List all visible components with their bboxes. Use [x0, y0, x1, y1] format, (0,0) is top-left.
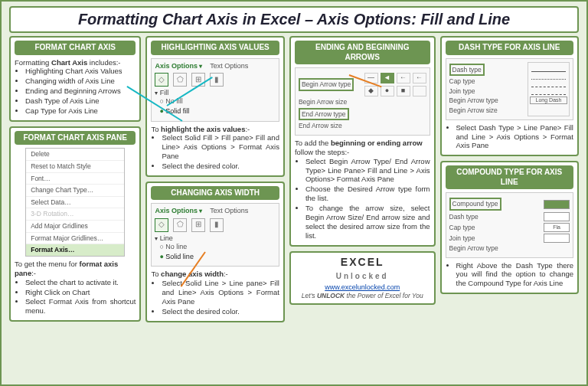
column-1: FORMAT CHART AXIS Formatting Chart Axis …: [9, 36, 141, 322]
section-fill[interactable]: Fill: [155, 89, 276, 97]
arrow-screenshot: Begin Arrow type —◄←← ◆●■ Begin Arrow si…: [295, 67, 430, 136]
cap-row[interactable]: Cap type: [449, 224, 475, 232]
begin-arrow-size-row[interactable]: Begin Arrow size: [449, 106, 498, 115]
section-line[interactable]: Line: [155, 234, 276, 243]
begin-arrow-type-row[interactable]: Begin Arrow type: [449, 96, 498, 105]
line-pane-screenshot: Axis Options Text Options ◇ ⬠ ⊞ ▮ Line N…: [151, 203, 279, 267]
card-dash-type: DASH TYPE FOR AXIS LINE Dash type Cap ty…: [440, 36, 580, 156]
context-menu: Delete Reset to Match Style Font… Change…: [25, 148, 125, 257]
logo: EXCEL Unlocked: [295, 256, 430, 283]
intro: To highlight the axis values:-: [151, 125, 279, 134]
end-arrow-size[interactable]: End Arrow size: [299, 122, 342, 130]
fill-line-icon[interactable]: ◇: [155, 218, 168, 232]
intro: Formatting Chart Axis includes:-: [15, 58, 136, 67]
header-arrows: ENDING AND BEGINNING ARROWS: [295, 41, 430, 64]
tab-axis-options[interactable]: Axis Options: [155, 62, 202, 70]
card-highlight-values: HIGHLIGHTING AXIS VALUES Axis Options Te…: [145, 36, 285, 177]
tab-text-options[interactable]: Text Options: [210, 62, 248, 70]
dash-screenshot: Dash type Cap type Join type Begin Arrow…: [446, 58, 574, 120]
dash-row[interactable]: Dash type: [449, 213, 479, 221]
header-width: CHANGING AXIS WIDTH: [151, 186, 279, 201]
menu-item[interactable]: Format Major Gridlines…: [26, 233, 124, 245]
compound-type-row[interactable]: Compound type: [449, 198, 501, 211]
radio-no-line[interactable]: No line: [159, 243, 276, 251]
dash-picker[interactable]: Long Dash: [528, 62, 570, 116]
header-highlight: HIGHLIGHTING AXIS VALUES: [151, 41, 279, 55]
menu-item-format-axis[interactable]: Format Axis…: [26, 244, 124, 256]
header-dash: DASH TYPE FOR AXIS LINE: [446, 41, 574, 55]
card-arrows: ENDING AND BEGINNING ARROWS Begin Arrow …: [289, 36, 436, 247]
effects-icon[interactable]: ⬠: [173, 73, 187, 87]
fill-pane-screenshot: Axis Options Text Options ◇ ⬠ ⊞ ▮ Fill N…: [151, 58, 279, 122]
header-compound: COMPOUND TYPE FOR AXIS LINE: [446, 165, 574, 189]
page-title: Formatting Chart Axis in Excel – Axis Op…: [9, 6, 579, 33]
column-4: DASH TYPE FOR AXIS LINE Dash type Cap ty…: [440, 36, 580, 322]
compound-screenshot: Compound type Dash type Cap typeFla Join…: [446, 192, 574, 257]
header-format-axis-pane: FORMAT CHART AXIS PANE: [15, 131, 136, 146]
menu-item[interactable]: Reset to Match Style: [26, 161, 124, 173]
join-row[interactable]: Join type: [449, 234, 475, 243]
cap-type-row[interactable]: Cap type: [449, 77, 475, 86]
join-type-row[interactable]: Join type: [449, 87, 475, 96]
intro: To add the beginning or ending arrow fol…: [295, 139, 430, 157]
card-format-chart-axis: FORMAT CHART AXIS Formatting Chart Axis …: [9, 36, 141, 122]
end-arrow-type[interactable]: End Arrow type: [299, 108, 349, 121]
header-format-chart-axis: FORMAT CHART AXIS: [15, 41, 136, 55]
dash-type-row[interactable]: Dash type: [449, 64, 485, 77]
radio-solid-fill[interactable]: Solid fill: [159, 107, 276, 116]
size-icon[interactable]: ⊞: [191, 218, 205, 232]
menu-item[interactable]: Change Chart Type…: [26, 185, 124, 197]
list: Highlighting Chart Axis Values Changing …: [15, 67, 136, 115]
tab-text-options[interactable]: Text Options: [210, 207, 248, 215]
intro: To change axis width:-: [151, 270, 279, 279]
fill-line-icon[interactable]: ◇: [155, 73, 168, 87]
begin-arrow-size[interactable]: Begin Arrow size: [299, 98, 347, 106]
intro: To get the menu for format axis pane:-: [15, 260, 136, 278]
column-2: HIGHLIGHTING AXIS VALUES Axis Options Te…: [145, 36, 285, 322]
menu-item[interactable]: Select Data…: [26, 197, 124, 209]
website-link[interactable]: www.excelunlocked.com: [325, 283, 400, 291]
card-format-axis-pane: FORMAT CHART AXIS PANE Delete Reset to M…: [9, 126, 141, 322]
menu-item: 3-D Rotation…: [26, 208, 124, 221]
card-compound-type: COMPOUND TYPE FOR AXIS LINE Compound typ…: [440, 161, 580, 294]
chart-icon[interactable]: ▮: [210, 218, 224, 232]
menu-item[interactable]: Add Major Gridlines: [26, 221, 124, 233]
tab-axis-options[interactable]: Axis Options: [155, 207, 202, 215]
main-grid: FORMAT CHART AXIS Formatting Chart Axis …: [2, 36, 586, 327]
title-text: Formatting Chart Axis in Excel – Axis Op…: [11, 11, 577, 28]
list: Select the chart to activate it. Right C…: [15, 278, 136, 316]
column-3: ENDING AND BEGINNING ARROWS Begin Arrow …: [289, 36, 436, 322]
chart-icon[interactable]: ▮: [210, 73, 224, 87]
begin-arrow-row[interactable]: Begin Arrow type: [449, 244, 498, 253]
effects-icon[interactable]: ⬠: [173, 218, 187, 232]
tagline: Let's UNLOCK the Power of Excel for You: [295, 292, 430, 300]
menu-item[interactable]: Font…: [26, 173, 124, 185]
radio-solid-line[interactable]: Solid line: [159, 253, 276, 261]
card-change-width: CHANGING AXIS WIDTH Axis Options Text Op…: [145, 182, 285, 322]
menu-item[interactable]: Delete: [26, 149, 124, 161]
begin-arrow-type[interactable]: Begin Arrow type: [299, 78, 354, 91]
footer-card: EXCEL Unlocked www.excelunlocked.com Let…: [289, 251, 436, 306]
